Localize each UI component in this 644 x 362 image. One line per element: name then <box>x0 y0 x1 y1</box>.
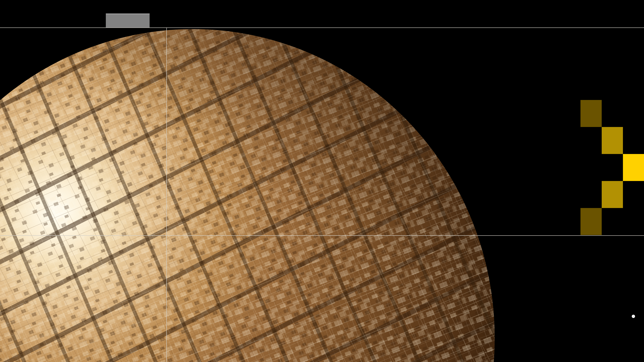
arrow-block-top-left <box>580 100 602 127</box>
arrow-block-tip <box>623 154 644 181</box>
arrow-block-upper-mid <box>602 127 623 154</box>
horizontal-rule-middle <box>0 235 644 236</box>
hero-section: → <box>0 0 644 362</box>
arrow-block-lower-mid <box>602 181 623 208</box>
arrow-block-bottom-left <box>580 208 602 235</box>
photo-carousel <box>0 280 644 356</box>
loading-placeholder-block <box>106 13 150 27</box>
carousel-next-button[interactable]: → <box>632 315 635 318</box>
pixel-arrow-motif <box>580 100 644 235</box>
arrow-right-icon: → <box>632 315 634 317</box>
horizontal-rule-top <box>0 27 644 28</box>
